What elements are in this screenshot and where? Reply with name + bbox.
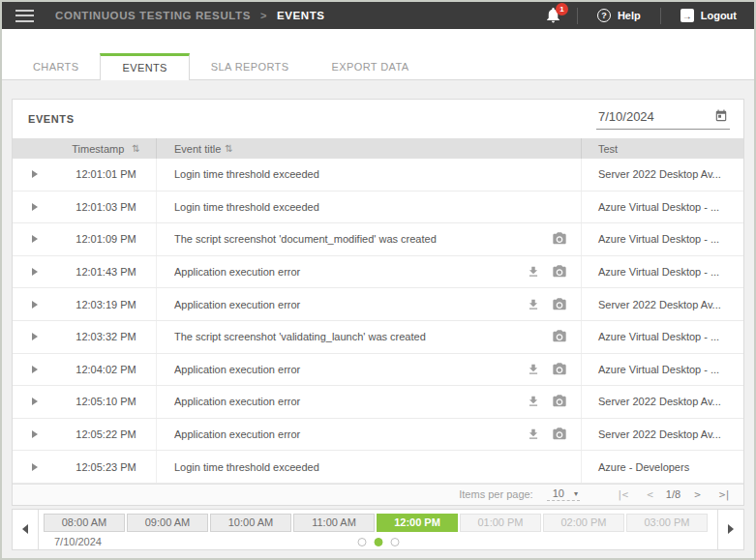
page-content: EVENTS 7/10/2024 Timestamp ⇅ Event title… xyxy=(2,80,754,506)
row-test-name: Azure Virtual Desktop - ... xyxy=(581,354,743,386)
row-test-name: Server 2022 Desktop Av... xyxy=(581,159,743,191)
table-row[interactable]: 12:01:03 PM Login time threshold exceede… xyxy=(13,192,743,224)
row-timestamp: 12:05:22 PM xyxy=(56,419,156,451)
sort-icon[interactable]: ⇅ xyxy=(132,143,139,154)
timebar-bottom: 7/10/2024 xyxy=(39,534,717,550)
row-test-name: Azure Virtual Desktop - ... xyxy=(581,256,743,288)
screenshot-icon[interactable] xyxy=(552,297,567,312)
expand-row-icon[interactable] xyxy=(32,430,38,438)
row-event-title: Application execution error xyxy=(174,364,527,375)
expand-row-icon[interactable] xyxy=(32,235,38,243)
column-header-event-title[interactable]: Event title ⇅ xyxy=(156,138,581,159)
chevron-right-icon xyxy=(728,524,734,534)
expand-row-icon[interactable] xyxy=(32,366,38,373)
download-icon[interactable] xyxy=(527,363,540,376)
screenshot-icon[interactable] xyxy=(552,264,567,280)
timebar-page-dot[interactable] xyxy=(374,538,382,546)
notifications-button[interactable]: 1 xyxy=(544,6,563,25)
screenshot-icon[interactable] xyxy=(552,394,567,409)
first-page-button[interactable]: |< xyxy=(617,488,627,501)
screenshot-icon[interactable] xyxy=(552,427,567,442)
top-bar: CONTINUOUS TESTING RESULTS > EVENTS 1 ? … xyxy=(2,2,754,29)
time-slot-button[interactable]: 09:00 AM xyxy=(127,514,208,532)
breadcrumb-current: EVENTS xyxy=(277,10,325,21)
expand-row-icon[interactable] xyxy=(32,333,38,340)
row-event-title: Login time threshold exceeded xyxy=(174,461,527,473)
items-per-page-value: 10 xyxy=(553,487,564,499)
row-timestamp: 12:03:19 PM xyxy=(56,288,156,320)
time-slot-button[interactable]: 10:00 AM xyxy=(210,514,291,532)
download-icon[interactable] xyxy=(527,395,540,408)
time-slot-button[interactable]: 12:00 PM xyxy=(377,514,458,532)
sort-icon[interactable]: ⇅ xyxy=(225,143,232,154)
tab-charts[interactable]: CHARTS xyxy=(12,55,100,79)
pagination-bar: Items per page: 10 ▾ |< < 1/8 > >| xyxy=(13,484,743,505)
time-slot-button[interactable]: 11:00 AM xyxy=(293,514,375,532)
expand-row-icon[interactable] xyxy=(32,301,38,309)
table-header: Timestamp ⇅ Event title ⇅ Test xyxy=(13,138,743,159)
table-row[interactable]: 12:01:01 PM Login time threshold exceede… xyxy=(13,159,743,192)
table-row[interactable]: 12:03:32 PM The script screenshot 'valid… xyxy=(13,321,743,354)
table-row[interactable]: 12:05:22 PM Application execution error … xyxy=(13,419,743,452)
row-test-name: Azure - Developers xyxy=(581,451,743,483)
logout-label: Logout xyxy=(701,10,737,21)
table-row[interactable]: 12:04:02 PM Application execution error … xyxy=(13,354,743,387)
table-row[interactable]: 12:01:43 PM Application execution error … xyxy=(13,256,743,289)
tab-sla-reports[interactable]: SLA REPORTS xyxy=(190,55,311,79)
timebar-prev-button[interactable] xyxy=(13,510,39,549)
table-row[interactable]: 12:01:09 PM The script screenshot 'docum… xyxy=(13,223,743,256)
screenshot-icon[interactable] xyxy=(552,231,567,247)
timebar-page-dot[interactable] xyxy=(390,538,399,546)
expand-row-icon[interactable] xyxy=(32,170,38,178)
row-test-name: Azure Virtual Desktop - ... xyxy=(581,223,743,255)
calendar-icon[interactable] xyxy=(714,109,728,123)
time-slot-button[interactable]: 08:00 AM xyxy=(44,514,125,532)
timebar-next-button[interactable] xyxy=(717,510,743,549)
timebar-page-dot[interactable] xyxy=(357,538,366,546)
table-row[interactable]: 12:03:19 PM Application execution error … xyxy=(13,288,743,321)
next-page-button[interactable]: > xyxy=(694,488,700,501)
timebar-date-label: 7/10/2024 xyxy=(39,536,102,547)
row-event-title: Login time threshold exceeded xyxy=(174,168,527,180)
screenshot-icon[interactable] xyxy=(552,329,567,344)
tab-events[interactable]: EVENTS xyxy=(100,53,189,80)
items-per-page-select[interactable]: 10 ▾ xyxy=(547,487,580,501)
row-timestamp: 12:01:01 PM xyxy=(56,159,156,191)
row-event-title: Application execution error xyxy=(174,396,527,407)
last-page-button[interactable]: >| xyxy=(719,488,730,501)
help-button[interactable]: ? Help xyxy=(591,9,647,22)
row-event-title: Login time threshold exceeded xyxy=(174,201,527,213)
table-row[interactable]: 12:05:10 PM Application execution error … xyxy=(13,386,743,419)
column-header-timestamp[interactable]: Timestamp ⇅ xyxy=(56,143,156,155)
menu-icon[interactable] xyxy=(15,10,34,22)
date-value[interactable]: 7/10/2024 xyxy=(598,109,654,124)
download-icon[interactable] xyxy=(527,298,540,311)
row-timestamp: 12:05:23 PM xyxy=(56,451,156,483)
row-event-title: Application execution error xyxy=(174,428,527,440)
topbar-divider xyxy=(660,8,661,24)
logout-button[interactable]: → Logout xyxy=(675,9,742,22)
row-timestamp: 12:03:32 PM xyxy=(56,321,156,353)
expand-row-icon[interactable] xyxy=(32,398,38,405)
panel-title: EVENTS xyxy=(28,113,75,125)
row-event-title: Application execution error xyxy=(174,266,527,278)
date-picker[interactable]: 7/10/2024 xyxy=(596,109,730,130)
breadcrumb-root[interactable]: CONTINUOUS TESTING RESULTS xyxy=(55,10,251,21)
expand-row-icon[interactable] xyxy=(32,463,38,471)
table-row[interactable]: 12:05:23 PM Login time threshold exceede… xyxy=(13,451,743,484)
help-icon: ? xyxy=(597,9,611,22)
tabs-strip: CHARTS EVENTS SLA REPORTS EXPORT DATA xyxy=(2,29,754,80)
row-event-title: The script screenshot 'document_modified… xyxy=(174,233,527,245)
row-timestamp: 12:04:02 PM xyxy=(56,354,156,386)
row-test-name: Azure Virtual Desktop - ... xyxy=(581,192,743,223)
tab-export-data[interactable]: EXPORT DATA xyxy=(310,55,430,79)
help-label: Help xyxy=(618,10,641,21)
download-icon[interactable] xyxy=(527,265,540,279)
download-icon[interactable] xyxy=(527,427,540,441)
prev-page-button[interactable]: < xyxy=(647,488,652,501)
row-timestamp: 12:05:10 PM xyxy=(56,386,156,418)
expand-row-icon[interactable] xyxy=(32,203,38,211)
expand-row-icon[interactable] xyxy=(32,268,38,276)
row-test-name: Azure Virtual Desktop - ... xyxy=(581,321,743,353)
screenshot-icon[interactable] xyxy=(552,362,567,377)
